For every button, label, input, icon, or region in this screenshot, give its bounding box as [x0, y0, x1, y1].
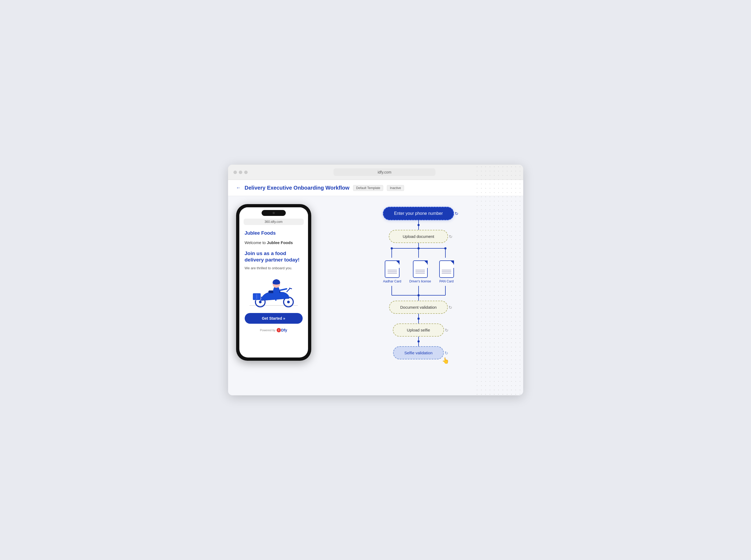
line-4b	[418, 342, 419, 346]
svg-point-20	[391, 247, 393, 249]
template-badge: Default Template	[353, 185, 383, 191]
url-bar[interactable]: idfy.com	[334, 168, 435, 176]
converge-svg	[378, 286, 459, 301]
doc-card-license: Driver's license	[410, 260, 431, 283]
svg-point-21	[417, 247, 420, 249]
node-phone: Enter your phone number	[383, 207, 454, 220]
svg-point-4	[287, 301, 290, 303]
page-header: ← Delivery Executive Onboarding Workflow…	[228, 180, 523, 196]
license-label: Driver's license	[410, 279, 431, 283]
line-4	[418, 337, 419, 340]
license-icon	[413, 260, 428, 278]
phone-notch	[262, 210, 286, 216]
node-selfie-validation: Selfie validation 👆	[393, 346, 444, 359]
powered-text: Powered by	[260, 328, 276, 332]
get-started-button[interactable]: Get Started »	[245, 313, 303, 324]
dot-1	[417, 224, 420, 226]
line-1	[418, 220, 419, 224]
scooter-svg	[247, 277, 300, 309]
aadhar-label: Aadhar Card	[383, 279, 401, 283]
dot-3	[417, 318, 420, 320]
node-upload: Upload document	[389, 230, 448, 243]
welcome-brand: Jublee Foods	[267, 240, 293, 245]
phone-screen: 360.idfy.com Jublee Foods Welcome to Jub…	[239, 207, 308, 358]
connector-3	[417, 314, 420, 323]
dot-4	[417, 340, 420, 342]
browser-window: idfy.com ← Delivery Executive Onboarding…	[228, 165, 523, 395]
svg-point-22	[444, 247, 447, 249]
line-1b	[418, 226, 419, 230]
phone-illustration	[245, 274, 303, 309]
selfie-validation-box: Selfie validation	[393, 346, 444, 359]
doc-card-aadhar: Aadhar Card	[383, 260, 401, 283]
line-3b	[418, 320, 419, 323]
logo-text: Dfy	[281, 328, 288, 332]
browser-topbar: idfy.com	[228, 165, 523, 180]
license-icon-lines	[415, 269, 425, 271]
logo-icon: I	[277, 328, 281, 332]
phone-sub: We are thrilled to onboard you.	[245, 266, 303, 270]
node-doc-validation: Document validation	[389, 301, 448, 314]
dot-red	[233, 171, 237, 174]
phone-node-box: Enter your phone number	[383, 207, 454, 220]
phone-tagline: Join us as a food delivery partner today…	[245, 250, 303, 263]
phone-body: Jublee Foods Welcome to Jublee Foods Joi…	[239, 227, 308, 340]
node-selfie: Upload selfie	[393, 323, 444, 337]
phone-camera	[273, 212, 275, 214]
svg-point-2	[259, 301, 262, 303]
main-content: 360.idfy.com Jublee Foods Welcome to Jub…	[228, 196, 523, 369]
status-badge: Inactive	[387, 185, 404, 191]
browser-dots	[233, 171, 248, 174]
branch-svg	[378, 243, 459, 258]
upload-node-box: Upload document	[389, 230, 448, 243]
workflow-area: Enter your phone number Upload document	[322, 204, 515, 359]
back-button[interactable]: ←	[236, 185, 241, 191]
svg-line-13	[279, 289, 286, 291]
selfie-node-box: Upload selfie	[393, 323, 444, 337]
aadhar-icon	[385, 260, 399, 278]
aadhar-icon-lines	[388, 269, 397, 271]
dot-green	[244, 171, 248, 174]
dot-yellow	[239, 171, 242, 174]
cursor-icon: 👆	[442, 357, 449, 364]
phone-brand: Jublee Foods	[245, 231, 303, 236]
phone-mockup: 360.idfy.com Jublee Foods Welcome to Jub…	[236, 204, 311, 361]
svg-point-28	[417, 294, 420, 296]
page-title: Delivery Executive Onboarding Workflow	[245, 185, 350, 191]
phone-address-bar[interactable]: 360.idfy.com	[244, 219, 304, 225]
pan-icon	[439, 260, 454, 278]
welcome-text: Welcome to	[245, 240, 267, 245]
phone-notch-bar	[239, 207, 308, 217]
pan-icon-lines	[442, 269, 451, 271]
phone-welcome: Welcome to Jublee Foods	[245, 240, 303, 246]
doc-card-pan: PAN Card	[439, 260, 454, 283]
pan-label: PAN Card	[439, 279, 453, 283]
doc-cards-row: Aadhar Card Driver's license PAN Card	[383, 260, 454, 283]
idfy-logo: I Dfy	[277, 328, 288, 332]
powered-by: Powered by I Dfy	[245, 328, 303, 335]
doc-validation-box: Document validation	[389, 301, 448, 314]
connector-1	[417, 220, 420, 230]
connector-4	[417, 337, 420, 346]
line-3	[418, 314, 419, 318]
branch-section: Aadhar Card Driver's license PAN Card	[378, 243, 459, 301]
